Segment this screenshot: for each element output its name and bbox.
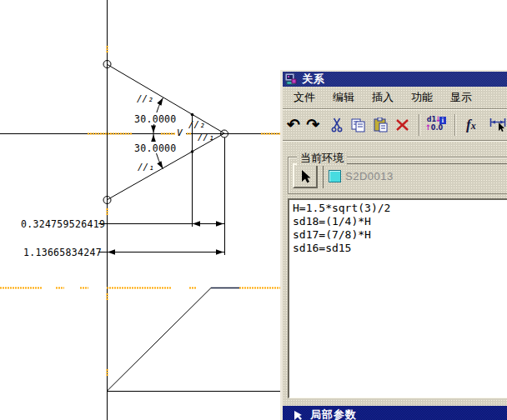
delete-x-icon bbox=[396, 119, 409, 131]
cut-button[interactable] bbox=[329, 117, 344, 133]
angle-dimension-lower[interactable]: 30.0000 bbox=[134, 142, 177, 154]
copy-icon bbox=[351, 118, 366, 132]
intersection-point bbox=[191, 150, 194, 153]
constraint-parallel1-right[interactable]: //₁ bbox=[198, 132, 214, 142]
menu-file[interactable]: 文件 bbox=[292, 89, 317, 106]
redo-icon: ↷ bbox=[306, 119, 319, 131]
redo-button[interactable]: ↷ bbox=[305, 117, 320, 133]
separator bbox=[283, 140, 507, 142]
select-pointer-button[interactable] bbox=[293, 163, 318, 188]
copy-button[interactable] bbox=[351, 117, 366, 133]
relation-line: sd18=(1/4)*H bbox=[293, 215, 504, 228]
constraint-parallel2-top[interactable]: //₂ bbox=[137, 93, 153, 104]
paste-icon bbox=[374, 118, 389, 132]
environment-item-field[interactable]: S2D0013 bbox=[323, 163, 507, 188]
measure-icon bbox=[489, 118, 507, 132]
info-badge-icon: i bbox=[439, 117, 446, 124]
intersection-point bbox=[191, 113, 194, 117]
profile-chamfer-edge[interactable] bbox=[108, 288, 212, 392]
group-label: 当前环境 bbox=[297, 151, 347, 166]
insert-function-button[interactable]: fx bbox=[464, 117, 479, 133]
separator bbox=[454, 114, 456, 136]
local-parameters-label: 局部参数 bbox=[310, 408, 357, 420]
expand-arrow-icon bbox=[294, 410, 303, 420]
angle-dimension-upper[interactable]: 30.0000 bbox=[134, 113, 177, 125]
relations-editor[interactable]: H=1.5*sqrt(3)/2 sd18=(1/4)*H sd17=(7/8)*… bbox=[288, 198, 507, 398]
menu-edit[interactable]: 编辑 bbox=[331, 89, 356, 106]
fx-icon: fx bbox=[466, 117, 476, 133]
menu-insert[interactable]: 插入 bbox=[370, 89, 395, 106]
scissors-icon bbox=[331, 118, 343, 132]
relation-line: sd17=(7/8)*H bbox=[293, 228, 504, 242]
menu-utilities[interactable]: 功能 bbox=[409, 89, 434, 106]
environment-item-label: S2D0013 bbox=[345, 170, 394, 182]
measure-button[interactable] bbox=[489, 117, 507, 133]
current-environment-group: 当前环境 S2D0013 bbox=[288, 157, 507, 194]
constraint-parallel1-bottom[interactable]: //₁ bbox=[138, 162, 154, 172]
paste-button[interactable] bbox=[374, 117, 389, 133]
dimension-toggle-icon: d1 ↓ i ↑ 0.0 bbox=[426, 117, 446, 133]
undo-button[interactable]: ↶ bbox=[286, 117, 301, 133]
dimension-sd17[interactable]: 1.13665834247 bbox=[23, 247, 224, 258]
arrowhead bbox=[151, 126, 156, 133]
constraint-parallel2-mid[interactable]: //₂ bbox=[188, 119, 205, 130]
menu-show[interactable]: 显示 bbox=[449, 89, 474, 106]
pointer-arrow-icon bbox=[299, 169, 312, 183]
dimension-value-small[interactable]: 0.324759526419 bbox=[21, 218, 105, 230]
dialog-menubar: 文件 编辑 插入 功能 显示 bbox=[283, 87, 507, 108]
relation-line: sd16=sd15 bbox=[293, 242, 504, 255]
dialog-toolbar: ↶ ↷ bbox=[283, 110, 507, 140]
dimension-value-toggle-button[interactable]: d1 ↓ i ↑ 0.0 bbox=[426, 117, 446, 133]
relations-dialog-icon bbox=[284, 72, 298, 86]
separator bbox=[419, 114, 420, 136]
arrowhead bbox=[157, 161, 165, 170]
relation-line: H=1.5*sqrt(3)/2 bbox=[293, 202, 504, 215]
dimension-sd18[interactable]: 0.324759526419 bbox=[21, 218, 224, 230]
local-parameters-bar[interactable]: 局部参数 bbox=[283, 406, 507, 420]
dialog-title: 关系 bbox=[302, 72, 325, 87]
app-screen: 30.0000 30.0000 //₂ //₂ V //₁ //₁ 0.3247… bbox=[0, 0, 507, 420]
model-cube-icon bbox=[329, 170, 341, 182]
undo-icon: ↶ bbox=[287, 119, 300, 131]
delete-button[interactable] bbox=[395, 117, 410, 133]
arrowhead bbox=[151, 135, 156, 142]
value-label: 0.0 bbox=[431, 124, 443, 132]
dialog-titlebar[interactable]: 关系 bbox=[283, 72, 507, 87]
relations-dialog: 关系 文件 编辑 插入 功能 显示 ↶ ↷ bbox=[280, 70, 507, 420]
dimension-value-large[interactable]: 1.13665834247 bbox=[23, 247, 102, 258]
